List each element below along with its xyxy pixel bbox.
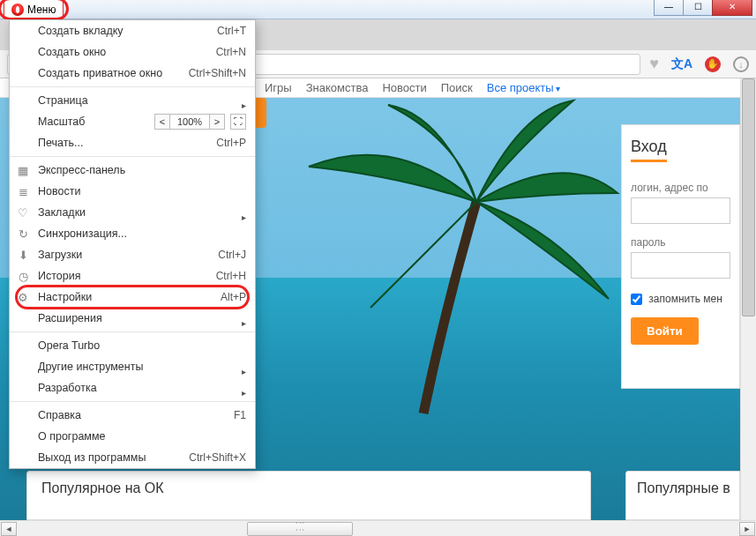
password-field-label: пароль — [631, 236, 730, 249]
opera-logo-icon — [11, 4, 24, 16]
login-card: Вход логин, адрес по пароль запомнить ме… — [621, 124, 740, 389]
menu-item-downloads[interactable]: ⬇ЗагрузкиCtrl+J — [10, 244, 255, 265]
window-maximize-button[interactable]: ☐ — [683, 0, 713, 16]
password-input[interactable] — [631, 252, 730, 279]
opera-main-menu: Создать вкладкуCtrl+T Создать окноCtrl+N… — [9, 19, 256, 469]
nav-games[interactable]: Игры — [265, 81, 292, 94]
login-input[interactable] — [631, 197, 730, 224]
adblock-icon[interactable]: ✋ — [705, 56, 721, 72]
nav-news[interactable]: Новости — [382, 81, 426, 94]
vertical-scrollbar[interactable] — [740, 78, 756, 520]
zoom-out-button[interactable]: < — [154, 114, 170, 130]
heart-icon: ♡ — [16, 206, 30, 220]
menu-item-extensions[interactable]: Расширения — [10, 308, 255, 329]
menu-item-exit[interactable]: Выход из программыCtrl+Shift+X — [10, 447, 255, 468]
scroll-right-button[interactable]: ► — [739, 522, 755, 536]
menu-item-sync[interactable]: ↻Синхронизация... — [10, 223, 255, 244]
downloads-icon[interactable]: ↓ — [733, 56, 749, 72]
login-field-label: логин, адрес по — [631, 182, 730, 194]
menu-item-settings[interactable]: ⚙НастройкиAlt+P — [10, 287, 255, 308]
menu-item-about[interactable]: О программе — [10, 426, 255, 447]
zoom-fullscreen-button[interactable]: ⛶ — [230, 114, 246, 130]
menu-item-zoom: Масштаб < 100% > ⛶ — [10, 111, 255, 132]
remember-checkbox[interactable] — [631, 294, 642, 305]
menu-item-new-private-window[interactable]: Создать приватное окноCtrl+Shift+N — [10, 63, 255, 84]
popular-card: Популярное на ОК — [26, 471, 591, 520]
horizontal-scroll-thumb[interactable] — [247, 522, 353, 536]
menu-item-page[interactable]: Страница — [10, 90, 255, 111]
nav-all-projects[interactable]: Все проекты — [487, 81, 561, 94]
translate-icon[interactable]: 文A — [671, 56, 692, 72]
popular-title: Популярное на ОК — [41, 480, 576, 496]
popular-card-2: Популярные в — [625, 471, 740, 520]
menu-item-speed-dial[interactable]: ▦Экспресс-панель — [10, 160, 255, 181]
opera-menu-button[interactable]: Меню — [4, 0, 64, 19]
bookmark-heart-icon[interactable]: ♥ — [649, 55, 659, 73]
menu-item-developer[interactable]: Разработка — [10, 377, 255, 398]
zoom-in-button[interactable]: > — [209, 114, 225, 130]
download-icon: ⬇ — [16, 249, 30, 262]
menu-item-turbo[interactable]: Opera Turbo — [10, 335, 255, 356]
scroll-left-button[interactable]: ◄ — [1, 522, 17, 536]
sync-icon: ↻ — [16, 227, 30, 241]
menu-item-new-window[interactable]: Создать окноCtrl+N — [10, 41, 255, 63]
menu-item-other-tools[interactable]: Другие инструменты — [10, 356, 255, 377]
nav-dating[interactable]: Знакомства — [306, 81, 369, 94]
menu-item-bookmarks[interactable]: ♡Закладки — [10, 202, 255, 223]
menu-item-news[interactable]: ≣Новости — [10, 181, 255, 202]
login-submit-button[interactable]: Войти — [631, 317, 699, 345]
menu-item-new-tab[interactable]: Создать вкладкуCtrl+T — [10, 20, 255, 41]
window-close-button[interactable]: ✕ — [712, 0, 752, 16]
popular-title-2: Популярные в — [637, 480, 729, 496]
menu-item-print[interactable]: Печать...Ctrl+P — [10, 132, 255, 153]
history-icon: ◷ — [16, 270, 30, 283]
menu-item-history[interactable]: ◷ИсторияCtrl+H — [10, 265, 255, 287]
palm-tree-illustration — [291, 96, 626, 431]
zoom-value: 100% — [170, 114, 209, 130]
news-icon: ≣ — [16, 185, 30, 198]
nav-search[interactable]: Поиск — [441, 81, 473, 94]
grid-icon: ▦ — [16, 164, 30, 177]
login-title: Вход — [631, 138, 667, 162]
gear-icon: ⚙ — [16, 291, 30, 304]
opera-menu-label: Меню — [27, 4, 56, 16]
window-minimize-button[interactable]: — — [654, 0, 684, 16]
window-titlebar: — ☐ ✕ ⛉ — [0, 0, 756, 19]
horizontal-scrollbar[interactable]: ◄ ► — [0, 520, 756, 536]
vertical-scroll-thumb[interactable] — [742, 78, 755, 316]
remember-label: запомнить мен — [648, 293, 722, 305]
menu-item-help[interactable]: СправкаF1 — [10, 405, 255, 426]
